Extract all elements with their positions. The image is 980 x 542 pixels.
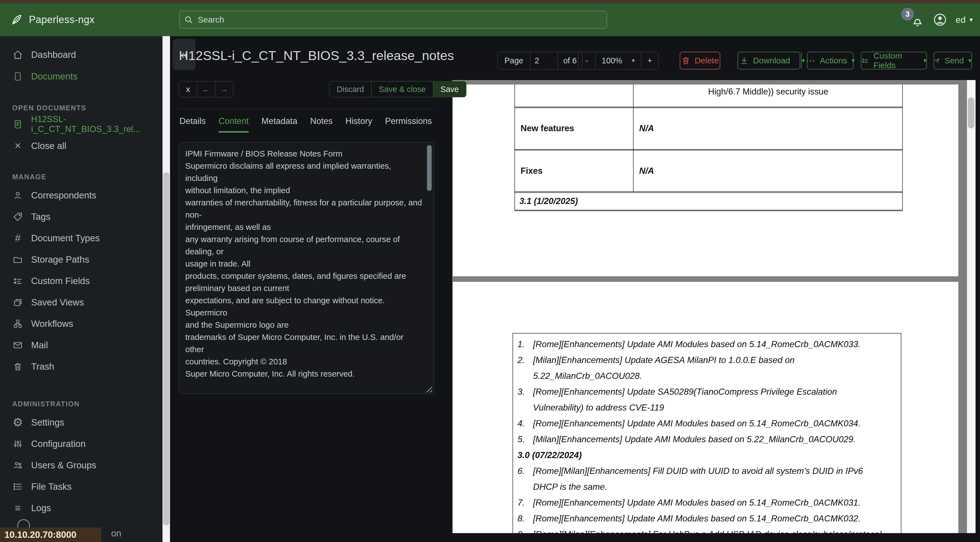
textarea-scrollbar-thumb[interactable]: [427, 145, 432, 191]
sidebar-item-trash[interactable]: Trash: [0, 356, 162, 377]
sidebar-item-label: Document Types: [31, 233, 100, 244]
list-item: 2.[Milan][Enhancements] Update AGESA Mil…: [517, 352, 893, 384]
sidebar-item-saved-views[interactable]: Saved Views: [0, 292, 162, 313]
tab-metadata[interactable]: Metadata: [261, 116, 297, 132]
delete-button[interactable]: Delete: [680, 52, 720, 70]
sidebar-item-workflows[interactable]: Workflows: [0, 313, 162, 334]
save-button[interactable]: Save: [433, 81, 466, 97]
save-and-close-button[interactable]: Save & close: [371, 81, 433, 97]
chevron-down-icon: ▾: [632, 57, 635, 64]
next-document-button[interactable]: →: [215, 81, 233, 97]
sidebar-item-mail[interactable]: Mail: [0, 334, 162, 356]
sidebar-item-label: File Tasks: [31, 481, 72, 492]
discard-button[interactable]: Discard: [329, 81, 371, 97]
sidebar-item-file-tasks[interactable]: File Tasks: [0, 476, 162, 497]
status-url-tooltip: 10.10.20.70:8000: [0, 528, 101, 542]
open-document-item[interactable]: H12SSL-i_C_CT_NT_BIOS_3.3_rel...: [0, 113, 162, 135]
sidebar-item-label: Configuration: [31, 438, 86, 449]
sidebar-item-document-types[interactable]: # Document Types: [0, 227, 162, 249]
list-item: 4.[Rome][Enhancements] Update AMI Module…: [517, 416, 893, 431]
list-item: 9.[Rome][Milan][Enhancements] For UsbBus…: [517, 526, 893, 533]
sidebar-item-label: Settings: [31, 417, 64, 428]
mail-icon: [12, 340, 23, 351]
sidebar-item-tags[interactable]: Tags: [0, 206, 162, 227]
list-item: 6.[Rome][Milan][Enhancements] Fill DUID …: [517, 463, 893, 495]
sidebar-item-label: Users & Groups: [31, 460, 96, 470]
sidebar-item-settings[interactable]: ⚙ Settings: [0, 412, 162, 433]
user-avatar-icon[interactable]: [933, 13, 947, 27]
delete-label: Delete: [695, 56, 719, 65]
sidebar-item-documents[interactable]: Documents: [0, 65, 162, 87]
administration-header: ADMINISTRATION: [0, 398, 162, 410]
document-icon: [12, 71, 23, 82]
download-options-button[interactable]: ▾: [801, 52, 805, 69]
window-title-strip: [0, 0, 980, 3]
previous-document-button[interactable]: ←: [197, 81, 215, 97]
navbar-right: 3 ed ▾: [908, 3, 973, 36]
sidebar-item-storage-paths[interactable]: Storage Paths: [0, 249, 162, 270]
tab-permissions[interactable]: Permissions: [385, 116, 432, 132]
close-all-button[interactable]: ✕ Close all: [0, 135, 162, 157]
custom-fields-button[interactable]: Custom Fields ▾: [861, 52, 927, 70]
arrow-right-icon: →: [220, 84, 228, 94]
sidebar-item-label: Dashboard: [31, 49, 76, 60]
sidebar-item-configuration[interactable]: Configuration: [0, 433, 162, 454]
field-list-icon: [12, 276, 23, 287]
tab-content[interactable]: Content: [219, 116, 249, 132]
sidebar-item-dashboard[interactable]: Dashboard: [0, 44, 162, 65]
ellipsis-icon: ⋯: [806, 59, 815, 62]
sidebar-item-label: Correspondents: [31, 190, 96, 201]
main-content: « H12SSL-i_C_CT_NT_BIOS_3.3_release_note…: [170, 36, 980, 542]
trash-icon: [12, 361, 23, 372]
close-icon: ✕: [12, 140, 23, 151]
sidebar-item-logs[interactable]: ≡ Logs: [0, 497, 162, 519]
zoom-out-button[interactable]: -: [578, 52, 595, 69]
search-input[interactable]: [179, 11, 607, 29]
enhancements-list-box: 1.[Rome][Enhancements] Update AMI Module…: [512, 333, 901, 533]
pdf-scrollbar-thumb[interactable]: [968, 97, 974, 128]
brand[interactable]: Paperless-ngx: [11, 3, 95, 36]
zoom-select[interactable]: 100% ▾: [595, 52, 641, 69]
download-button[interactable]: Download ▾: [738, 52, 800, 70]
page-control: Page of 6: [498, 52, 582, 70]
pdf-scrollbar[interactable]: [967, 80, 975, 533]
sidebar-item-label: Documents: [31, 71, 78, 82]
gear-icon: ⚙: [12, 417, 23, 428]
chevron-down-icon: ▾: [923, 57, 926, 64]
zoom-control: - 100% ▾ +: [578, 52, 659, 70]
close-document-button[interactable]: x: [179, 81, 197, 97]
sidebar-item-correspondents[interactable]: Correspondents: [0, 185, 162, 206]
sidebar-item-custom-fields[interactable]: Custom Fields: [0, 270, 162, 292]
zoom-value: 100%: [602, 56, 622, 65]
chevron-down-icon: ▾: [852, 57, 855, 64]
document-title: H12SSL-i_C_CT_NT_BIOS_3.3_release_notes: [179, 48, 454, 63]
notifications-button[interactable]: 3: [908, 12, 924, 28]
table-row-fixes: Fixes N/A: [515, 150, 902, 192]
tab-notes[interactable]: Notes: [310, 116, 333, 132]
actions-label: Actions: [820, 56, 847, 65]
chevron-down-icon: ▾: [802, 57, 805, 64]
send-button[interactable]: Send ▾: [934, 52, 972, 70]
list-item: 7.[Rome][Enhancements] Update AMI Module…: [517, 495, 893, 510]
zoom-in-button[interactable]: +: [641, 52, 658, 69]
sidebar-scrollbar[interactable]: [162, 36, 170, 542]
user-menu[interactable]: ed ▾: [956, 15, 973, 25]
table-row-partial: High/6.7 Middle)) security issue: [515, 84, 902, 108]
version-heading: 3.0 (07/22/2024): [517, 447, 893, 463]
tag-icon: [12, 211, 23, 222]
list-item: 3.[Rome][Enhancements] Update SA50289(Ti…: [517, 384, 893, 416]
list-item: 1.[Rome][Enhancements] Update AMI Module…: [517, 336, 893, 352]
sidebar-scrollbar-thumb[interactable]: [163, 172, 169, 525]
documentation-item-partial[interactable]: on: [111, 528, 121, 539]
trash-icon: [681, 56, 690, 65]
page-number-input[interactable]: [530, 56, 557, 65]
tab-history[interactable]: History: [345, 116, 372, 132]
content-textarea[interactable]: IPMI Firmware / BIOS Release Notes Form …: [179, 142, 434, 394]
actions-button[interactable]: ⋯ Actions ▾: [807, 52, 854, 70]
save-button-group: Discard Save & close Save: [329, 81, 466, 97]
arrow-left-icon: ←: [202, 84, 210, 94]
download-main[interactable]: Download: [733, 52, 797, 69]
tab-details[interactable]: Details: [180, 116, 206, 132]
editor-divider: [178, 109, 435, 109]
sidebar-item-users-groups[interactable]: Users & Groups: [0, 454, 162, 476]
